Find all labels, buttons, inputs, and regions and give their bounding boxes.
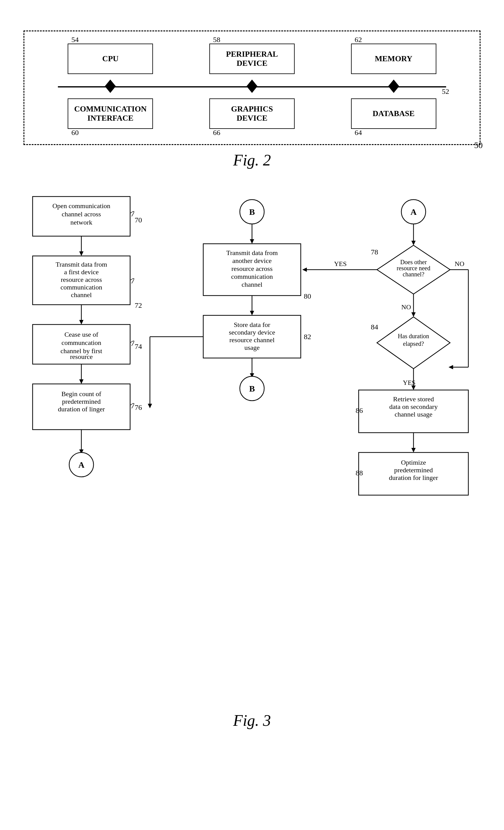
ref-74: 74 bbox=[135, 343, 142, 350]
svg-text:Transmit data from: Transmit data from bbox=[226, 249, 278, 257]
svg-text:predetermined: predetermined bbox=[394, 466, 433, 474]
svg-text:A: A bbox=[78, 460, 85, 470]
arrowhead-B-80 bbox=[250, 239, 254, 244]
arrow-cpu bbox=[68, 79, 153, 93]
database-box: 64 DATABASE bbox=[351, 98, 436, 129]
arrow-down-cpu bbox=[105, 86, 116, 93]
ref-76: 76 bbox=[135, 404, 142, 411]
fig3-svg: Open communication channel across networ… bbox=[24, 187, 480, 705]
system-block-diagram: 54 CPU 58 PERIPHERALDEVICE 62 MEMORY 52 bbox=[24, 30, 480, 145]
ref-88: 88 bbox=[356, 469, 363, 477]
fig2-section: 54 CPU 58 PERIPHERALDEVICE 62 MEMORY 52 bbox=[24, 30, 480, 169]
svg-text:resource channel: resource channel bbox=[229, 336, 275, 344]
top-device-row: 54 CPU 58 PERIPHERALDEVICE 62 MEMORY bbox=[40, 43, 464, 74]
ref-86: 86 bbox=[356, 407, 363, 414]
ref-72: 72 bbox=[135, 301, 142, 309]
arrowhead-80-82 bbox=[250, 311, 254, 315]
memory-label: MEMORY bbox=[375, 54, 412, 63]
svg-text:channel: channel bbox=[242, 281, 262, 288]
svg-text:resource need: resource need bbox=[397, 265, 431, 272]
svg-text:communcation: communcation bbox=[62, 339, 101, 346]
svg-text:YES: YES bbox=[403, 379, 416, 386]
svg-text:channel: channel bbox=[71, 291, 92, 298]
comm-interface-label: COMMUNICATIONINTERFACE bbox=[74, 104, 147, 123]
arrowhead-86-88 bbox=[411, 448, 416, 452]
arrowhead-72-74 bbox=[79, 320, 84, 324]
fig2-title: Fig. 2 bbox=[24, 151, 480, 169]
peripheral-box: 58 PERIPHERALDEVICE bbox=[209, 43, 295, 74]
svg-text:resource: resource bbox=[70, 353, 93, 360]
svg-text:channel across: channel across bbox=[62, 210, 101, 218]
bus-ref: 52 bbox=[442, 88, 449, 96]
svg-text:resource across: resource across bbox=[231, 265, 273, 273]
arrow-peripheral bbox=[209, 79, 295, 93]
arrowhead-yes-78 bbox=[302, 267, 307, 272]
arrowhead-70-72 bbox=[79, 251, 84, 256]
arrow-up-peripheral bbox=[247, 79, 257, 86]
fig3-title: Fig. 3 bbox=[24, 711, 480, 729]
system-ref-50: 50 bbox=[474, 140, 483, 150]
svg-text:secondary device: secondary device bbox=[229, 328, 275, 336]
svg-text:usage: usage bbox=[244, 344, 260, 351]
svg-text:channel?: channel? bbox=[403, 271, 424, 278]
arrowhead-74-76 bbox=[79, 379, 84, 384]
arrow-memory bbox=[351, 79, 436, 93]
dbl-arrow-cpu bbox=[103, 79, 118, 93]
arrowhead-82-76 bbox=[148, 404, 152, 408]
ref-curve-76 bbox=[130, 404, 134, 408]
ref-62: 62 bbox=[355, 36, 362, 44]
svg-text:B: B bbox=[249, 384, 255, 393]
ref-84: 84 bbox=[371, 323, 378, 331]
svg-text:predetermined: predetermined bbox=[62, 397, 100, 405]
ref-curve-72 bbox=[130, 279, 134, 283]
svg-text:network: network bbox=[70, 219, 92, 226]
svg-text:YES: YES bbox=[334, 260, 347, 267]
ref-80: 80 bbox=[304, 292, 311, 300]
ref-curve-74 bbox=[130, 341, 134, 346]
svg-text:B: B bbox=[249, 207, 255, 217]
ref-58: 58 bbox=[213, 36, 220, 44]
dbl-arrow-memory bbox=[386, 79, 401, 93]
ref-66: 66 bbox=[213, 129, 220, 137]
svg-text:communication: communication bbox=[61, 283, 102, 291]
ref-54: 54 bbox=[71, 36, 78, 44]
arrowhead-A-78 bbox=[411, 241, 416, 245]
ref-64: 64 bbox=[355, 129, 362, 137]
svg-text:Retrieve stored: Retrieve stored bbox=[393, 395, 434, 403]
arrow-down-memory bbox=[388, 86, 399, 93]
svg-text:data on secondary: data on secondary bbox=[389, 403, 438, 410]
svg-text:Transmit data from: Transmit data from bbox=[56, 260, 107, 268]
svg-text:Has duration: Has duration bbox=[398, 333, 429, 340]
svg-text:A: A bbox=[410, 207, 417, 217]
graphics-box: 66 GRAPHICSDEVICE bbox=[209, 98, 295, 129]
svg-text:a first device: a first device bbox=[64, 268, 99, 276]
svg-text:communication: communication bbox=[231, 273, 273, 280]
peripheral-label: PERIPHERALDEVICE bbox=[226, 50, 278, 68]
ref-60: 60 bbox=[71, 129, 78, 137]
svg-text:duration of linger: duration of linger bbox=[58, 405, 105, 413]
svg-text:Begin count of: Begin count of bbox=[62, 390, 101, 397]
arrow-up-memory bbox=[388, 79, 399, 86]
ref-82: 82 bbox=[304, 333, 311, 341]
bottom-device-row: 60 COMMUNICATIONINTERFACE 66 GRAPHICSDEV… bbox=[40, 98, 464, 129]
fig3-section: Open communication channel across networ… bbox=[24, 187, 480, 729]
bus-arrow-row: 52 bbox=[40, 74, 464, 98]
ref-70: 70 bbox=[135, 216, 142, 224]
graphics-label: GRAPHICSDEVICE bbox=[231, 104, 273, 123]
svg-text:elapsed?: elapsed? bbox=[403, 340, 424, 347]
ref-curve-70 bbox=[130, 212, 134, 216]
svg-text:Store data for: Store data for bbox=[234, 321, 270, 328]
arrowhead-no-78-84 bbox=[448, 365, 453, 369]
arrow-down-peripheral bbox=[247, 86, 257, 93]
cpu-box: 54 CPU bbox=[68, 43, 153, 74]
memory-box: 62 MEMORY bbox=[351, 43, 436, 74]
arrowhead-no-78-84b bbox=[411, 312, 416, 317]
database-label: DATABASE bbox=[373, 109, 415, 118]
svg-text:another device: another device bbox=[232, 257, 272, 264]
svg-text:Optimize: Optimize bbox=[401, 458, 426, 466]
comm-interface-box: 60 COMMUNICATIONINTERFACE bbox=[68, 98, 153, 129]
svg-text:resource across: resource across bbox=[61, 276, 102, 283]
arrow-up-cpu bbox=[105, 79, 116, 86]
ref-78: 78 bbox=[371, 248, 378, 256]
svg-text:NO: NO bbox=[401, 303, 411, 311]
